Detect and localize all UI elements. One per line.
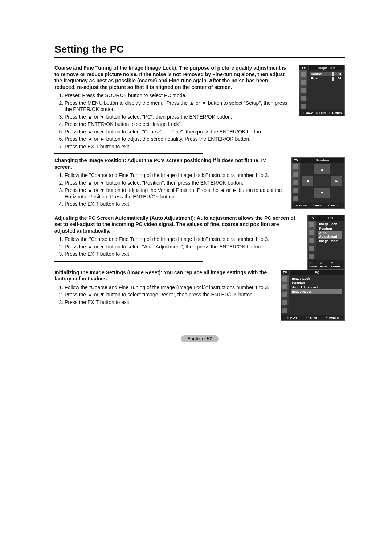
menu-item-auto-adjustment[interactable]: Auto Adjustment	[291, 285, 342, 289]
hint-return: ↶ Return	[326, 316, 339, 319]
lead-auto-adjust: Adjusting the PC Screen Automatically (A…	[54, 215, 299, 234]
hint-enter: ⏎ Enter	[312, 204, 323, 207]
osd-sidebar	[308, 221, 316, 260]
step: Press the ▲ or ▼ button to select "PC", …	[65, 114, 290, 120]
osd-pc-auto: TV PC Image Lock Position Auto Adjustmen…	[307, 215, 345, 270]
menu-item-image-lock[interactable]: Image Lock	[318, 222, 342, 226]
steps-auto-adjust: Follow the "Coarse and Fine Tuning of th…	[54, 236, 299, 258]
osd-sidebar	[292, 163, 300, 203]
osd-position: TV Position ▲ ◄ ► ▼ ✥ Move	[291, 157, 345, 209]
osd-tv-label: TV	[281, 270, 290, 275]
input-icon	[282, 308, 287, 313]
step: Follow the "Coarse and Fine Tuning of th…	[65, 172, 283, 179]
hint-return: ↶ Return	[331, 262, 343, 268]
osd-title-text: Position	[301, 158, 344, 163]
hint-move: ✥ Move	[296, 204, 307, 207]
section-image-lock: Coarse and Fine Tuning of the Image (Ima…	[54, 65, 345, 157]
steps-image-lock: Preset: Press the SOURCE button to selec…	[54, 93, 290, 150]
steps-position: Follow the "Coarse and Fine Tuning of th…	[54, 172, 283, 208]
hint-return: ↶ Return	[328, 204, 340, 207]
setup-icon	[309, 246, 314, 251]
section-image-reset: Initializing the Image Settings (Image R…	[54, 270, 345, 321]
osd-row-fine[interactable]: Fine 54	[310, 76, 342, 81]
step: Follow the "Coarse and Fine Tuning of th…	[65, 236, 299, 243]
channel-icon	[293, 180, 298, 185]
steps-image-reset: Follow the "Coarse and Fine Tuning of th…	[54, 284, 272, 306]
osd-tv-label: TV	[299, 65, 309, 70]
step: Preset: Press the SOURCE button to selec…	[65, 93, 290, 99]
input-icon	[301, 104, 306, 109]
picture-icon	[309, 222, 314, 227]
osd-pc-menu: Image Lock Position Auto Adjustment Imag…	[316, 221, 344, 260]
arrow-right-icon[interactable]: ►	[331, 176, 342, 186]
sound-icon	[293, 172, 298, 177]
osd-title-text: Image Lock	[309, 65, 344, 70]
step: Press the EXIT button to exit.	[65, 299, 272, 306]
osd-footer: ⇕ Move ⏎ Enter ↶ Return	[299, 110, 344, 116]
menu-item-position[interactable]: Position	[291, 281, 342, 285]
channel-icon	[309, 238, 314, 243]
step: Press the EXIT button to exit.	[65, 201, 283, 208]
hint-enter: ⏎ Enter	[320, 262, 330, 268]
menu-item-image-reset[interactable]: Image Reset	[291, 289, 342, 294]
osd-footer: ⇕ Move ⏎ Enter ↶ Return	[308, 260, 344, 269]
section-auto-adjustment: Adjusting the PC Screen Automatically (A…	[54, 215, 345, 270]
page-footer: English - 52	[54, 335, 345, 342]
hint-move: ⇕ Move	[302, 111, 313, 115]
setup-icon	[282, 300, 287, 305]
input-icon	[293, 196, 298, 201]
section-divider	[54, 211, 203, 211]
menu-item-image-lock[interactable]: Image Lock	[291, 276, 342, 281]
coarse-label: Coarse	[311, 72, 330, 76]
sound-icon	[282, 284, 287, 289]
arrow-up-icon[interactable]: ▲	[314, 164, 330, 174]
menu-item-auto-adjustment[interactable]: Auto Adjustment	[318, 231, 342, 239]
lead-position: Changing the Image Position: Adjust the …	[54, 157, 283, 170]
setup-icon	[293, 188, 298, 193]
osd-title-text: PC	[317, 215, 344, 221]
step: Press the ◄ or ► button to adjust the sc…	[65, 136, 290, 143]
hint-enter: ⏎ Enter	[306, 316, 317, 319]
osd-sidebar	[299, 70, 307, 110]
input-icon	[309, 254, 314, 259]
picture-icon	[282, 276, 287, 282]
page-title: Setting the PC	[54, 44, 345, 55]
osd-pc-reset: TV PC Image Lock Position Auto Adjustmen…	[281, 270, 345, 321]
fine-label: Fine	[311, 77, 330, 80]
hint-return: ↶ Return	[329, 111, 342, 115]
section-divider	[54, 261, 203, 262]
menu-item-image-reset[interactable]: Image Reset	[318, 239, 342, 243]
step: Press the ▲ or ▼ button to adjusting the…	[65, 187, 283, 200]
setup-icon	[301, 96, 306, 101]
step: Press the MENU button to display the men…	[65, 100, 290, 113]
menu-item-position[interactable]: Position	[318, 226, 342, 231]
step: Follow the "Coarse and Fine Tuning of th…	[65, 284, 272, 291]
hint-move: ⇕ Move	[309, 262, 320, 268]
hint-enter: ⏎ Enter	[315, 111, 326, 115]
section-divider	[54, 153, 203, 154]
sound-icon	[309, 230, 314, 235]
channel-icon	[282, 292, 287, 297]
position-pad: ▲ ◄ ► ▼	[302, 164, 342, 198]
arrow-down-icon[interactable]: ▼	[314, 188, 330, 198]
step: Press the EXIT button to exit.	[65, 144, 290, 150]
coarse-value: 50	[335, 72, 341, 76]
osd-row-coarse[interactable]: Coarse 50	[310, 72, 342, 76]
fine-value: 54	[335, 77, 341, 80]
osd-image-lock: TV Image Lock Coarse 50 Fine	[299, 65, 345, 116]
channel-icon	[301, 88, 306, 93]
picture-icon	[301, 72, 306, 77]
osd-tv-label: TV	[292, 158, 301, 163]
osd-tv-label: TV	[308, 215, 317, 221]
picture-icon	[293, 164, 298, 169]
osd-footer: ✥ Move ⏎ Enter ↶ Return	[292, 203, 344, 208]
step: Press the ▲ or ▼ button to select "Image…	[65, 292, 272, 298]
position-center	[314, 176, 330, 186]
step: Press the ▲ or ▼ button to select "Auto …	[65, 244, 299, 250]
step: Press the ▲ or ▼ button to select "Posit…	[65, 180, 283, 186]
title-divider	[54, 57, 345, 58]
arrow-left-icon[interactable]: ◄	[302, 176, 313, 186]
lead-image-lock: Coarse and Fine Tuning of the Image (Ima…	[54, 65, 290, 90]
sound-icon	[301, 80, 306, 85]
osd-pc-menu: Image Lock Position Auto Adjustment Imag…	[289, 275, 344, 315]
